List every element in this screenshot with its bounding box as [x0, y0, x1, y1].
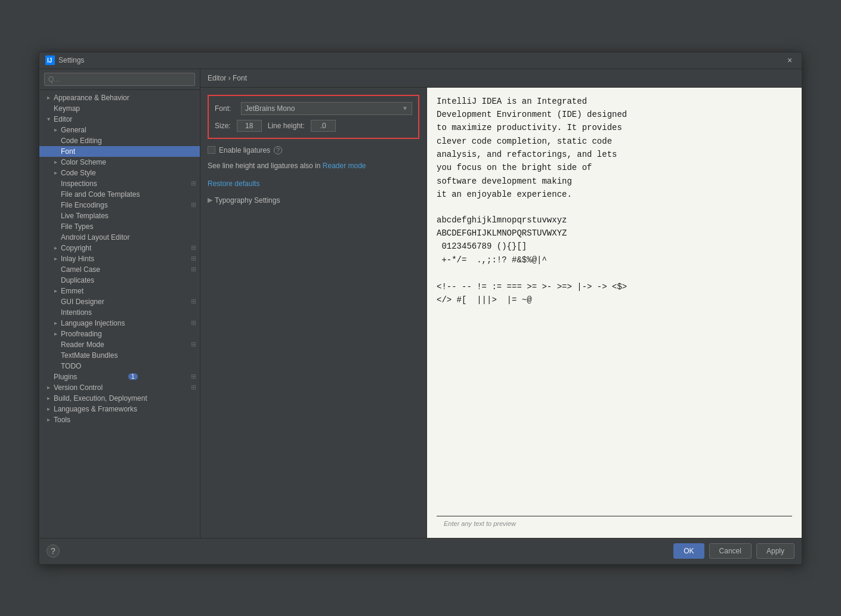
restore-defaults-link[interactable]: Restore defaults	[208, 179, 419, 188]
sidebar-item-inspections[interactable]: Inspections⊞	[39, 178, 200, 189]
sidebar-item-label: Live Templates	[61, 212, 109, 220]
sidebar-item-language-injections[interactable]: ▸Language Injections⊞	[39, 318, 200, 329]
sidebar-item-appearance[interactable]: ▸Appearance & Behavior	[39, 92, 200, 103]
enable-ligatures-checkbox[interactable]	[208, 146, 215, 154]
sidebar-item-label: GUI Designer	[61, 298, 104, 306]
line-height-input[interactable]	[311, 120, 336, 132]
font-dropdown[interactable]: JetBrains Mono ▼	[241, 102, 412, 115]
spacer-icon	[51, 137, 60, 145]
expand-arrow-icon: ▸	[44, 416, 52, 424]
spacer-icon	[51, 265, 60, 274]
close-button[interactable]: ×	[784, 55, 796, 65]
typography-label: Typography Settings	[215, 196, 280, 205]
sidebar-item-copyright[interactable]: ▸Copyright⊞	[39, 243, 200, 253]
sidebar-item-code-editing[interactable]: Code Editing	[39, 135, 200, 146]
sidebar-item-proofreading[interactable]: ▸Proofreading	[39, 329, 200, 339]
sidebar-item-file-encodings[interactable]: File Encodings⊞	[39, 200, 200, 211]
sidebar-item-label: Code Editing	[61, 137, 102, 145]
sidebar-item-label: Emmet	[61, 287, 84, 295]
sidebar-item-inlay-hints[interactable]: ▸Inlay Hints⊞	[39, 253, 200, 264]
sidebar-item-font[interactable]: Font	[39, 146, 200, 157]
sidebar-item-android-layout-editor[interactable]: Android Layout Editor	[39, 232, 200, 243]
sidebar-item-tools[interactable]: ▸Tools	[39, 414, 200, 425]
sidebar-item-label: General	[61, 126, 86, 134]
search-box	[39, 69, 200, 90]
font-label: Font:	[215, 104, 236, 113]
size-input[interactable]	[237, 120, 262, 132]
sidebar-item-reader-mode[interactable]: Reader Mode⊞	[39, 339, 200, 350]
expand-arrow-icon: ▸	[51, 126, 60, 134]
search-input[interactable]	[44, 73, 195, 86]
sidebar-item-label: Proofreading	[61, 330, 102, 338]
sidebar-item-general[interactable]: ▸General	[39, 125, 200, 135]
expand-arrow-icon: ▾	[44, 115, 52, 123]
sidebar-item-gui-designer[interactable]: GUI Designer⊞	[39, 296, 200, 307]
sidebar-item-intentions[interactable]: Intentions	[39, 307, 200, 318]
sidebar-item-label: Android Layout Editor	[61, 233, 129, 242]
spacer-icon	[51, 201, 60, 209]
font-row: Font: JetBrains Mono ▼	[215, 102, 412, 115]
sidebar-item-textmate-bundles[interactable]: TextMate Bundles	[39, 350, 200, 361]
help-button[interactable]: ?	[47, 544, 60, 558]
title-bar-title: Settings	[58, 56, 784, 64]
spacer-icon	[51, 362, 60, 370]
sidebar-item-languages-frameworks[interactable]: ▸Languages & Frameworks	[39, 404, 200, 414]
external-icon: ⊞	[191, 265, 196, 273]
sidebar-item-label: Version Control	[54, 383, 103, 392]
external-icon: ⊞	[191, 179, 196, 187]
external-icon: ⊞	[191, 319, 196, 327]
spacer-icon	[51, 308, 60, 317]
sidebar-item-build-execution-deployment[interactable]: ▸Build, Execution, Deployment	[39, 393, 200, 404]
spacer-icon	[51, 190, 60, 199]
font-settings-box: Font: JetBrains Mono ▼ Size: Line height…	[208, 95, 419, 139]
spacer-icon	[44, 373, 52, 381]
sidebar-item-label: Editor	[54, 115, 72, 123]
ok-button[interactable]: OK	[673, 543, 704, 559]
reader-mode-link[interactable]: Reader mode	[323, 162, 366, 170]
size-row: Size: Line height:	[215, 120, 412, 132]
sidebar-item-plugins[interactable]: Plugins1⊞	[39, 372, 200, 382]
sidebar-item-label: Language Injections	[61, 319, 125, 327]
sidebar-item-label: File and Code Templates	[61, 190, 140, 199]
sidebar-item-label: Inspections	[61, 179, 97, 188]
chevron-down-icon: ▼	[402, 105, 408, 112]
sidebar-item-color-scheme[interactable]: ▸Color Scheme	[39, 157, 200, 168]
expand-arrow-icon: ▸	[51, 287, 60, 295]
expand-arrow-icon: ▸	[51, 330, 60, 338]
apply-button[interactable]: Apply	[756, 543, 794, 559]
settings-tree: ▸Appearance & BehaviorKeymap▾Editor▸Gene…	[39, 90, 200, 538]
sidebar-item-file-types[interactable]: File Types	[39, 221, 200, 232]
spacer-icon	[51, 147, 60, 156]
cancel-button[interactable]: Cancel	[709, 543, 752, 559]
external-icon: ⊞	[191, 373, 196, 380]
sidebar-item-label: Code Style	[61, 169, 96, 177]
sidebar-item-camel-case[interactable]: Camel Case⊞	[39, 264, 200, 275]
sidebar-item-live-templates[interactable]: Live Templates	[39, 211, 200, 221]
sidebar-item-code-style[interactable]: ▸Code Style	[39, 168, 200, 178]
footer-left: ?	[47, 544, 60, 558]
sidebar-item-keymap[interactable]: Keymap	[39, 103, 200, 114]
title-bar: IJ Settings ×	[39, 52, 802, 69]
sidebar-item-file-code-templates[interactable]: File and Code Templates	[39, 189, 200, 200]
sidebar-item-duplicates[interactable]: Duplicates	[39, 275, 200, 286]
sidebar-item-editor[interactable]: ▾Editor	[39, 114, 200, 125]
sidebar-item-label: Appearance & Behavior	[54, 94, 129, 102]
sidebar-item-label: Tools	[54, 416, 70, 424]
sidebar-item-label: Copyright	[61, 244, 91, 252]
external-icon: ⊞	[191, 298, 196, 305]
external-icon: ⊞	[191, 244, 196, 252]
sidebar-item-todo[interactable]: TODO	[39, 361, 200, 372]
sidebar-item-emmet[interactable]: ▸Emmet	[39, 286, 200, 296]
spacer-icon	[51, 276, 60, 284]
settings-dialog: IJ Settings × ▸Appearance & BehaviorKeym…	[39, 52, 802, 565]
sidebar-item-version-control[interactable]: ▸Version Control⊞	[39, 382, 200, 393]
external-icon: ⊞	[191, 255, 196, 262]
sidebar-item-label: Plugins	[54, 373, 77, 381]
expand-arrow-icon: ▸	[51, 255, 60, 263]
expand-arrow-icon: ▶	[208, 196, 212, 204]
badge: 1	[128, 373, 138, 380]
sidebar-item-label: TODO	[61, 362, 81, 370]
dialog-footer: ? OK Cancel Apply	[39, 538, 802, 564]
sidebar-item-label: Languages & Frameworks	[54, 405, 137, 413]
typography-section[interactable]: ▶ Typography Settings	[208, 196, 419, 205]
